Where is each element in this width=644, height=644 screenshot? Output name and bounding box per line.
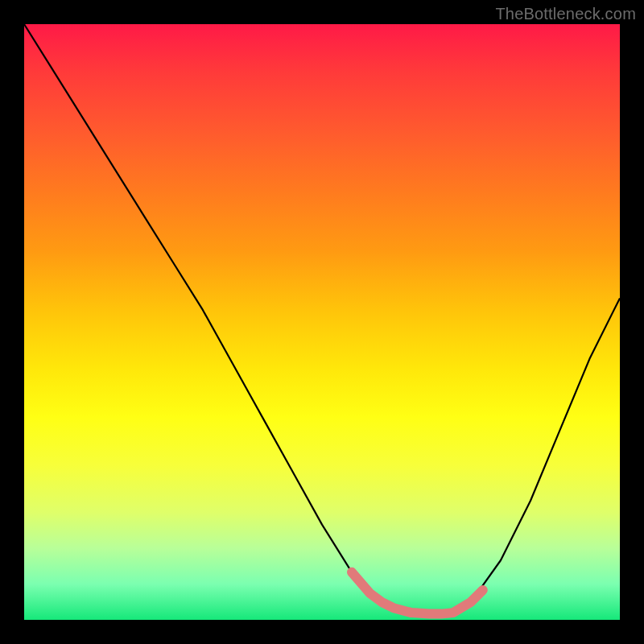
optimal-range-highlight: [352, 572, 483, 614]
watermark-text: TheBottleneck.com: [495, 5, 636, 23]
chart-container: TheBottleneck.com: [0, 0, 644, 644]
plot-area: [24, 24, 620, 620]
chart-svg: [24, 24, 620, 620]
bottleneck-curve: [24, 24, 620, 614]
